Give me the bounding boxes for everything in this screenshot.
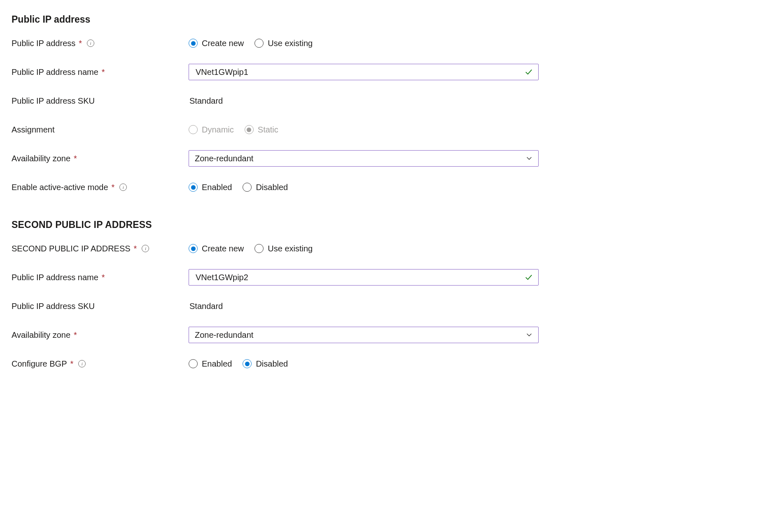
radio-label: Create new bbox=[202, 39, 244, 48]
radio-circle-icon bbox=[254, 244, 264, 253]
radio-label: Use existing bbox=[268, 39, 313, 48]
radio-group-active-active: Enabled Disabled bbox=[189, 183, 288, 192]
label-text: Assignment bbox=[12, 125, 55, 135]
field-assignment: Dynamic Static bbox=[189, 125, 539, 135]
label-text: Public IP address SKU bbox=[12, 96, 95, 106]
radio-circle-icon bbox=[243, 359, 252, 368]
field-active-active: Enabled Disabled bbox=[189, 183, 539, 192]
row-second-pip-sku: Public IP address SKU Standard bbox=[12, 298, 539, 314]
label-second-availability-zone: Availability zone * bbox=[12, 330, 189, 340]
radio-use-existing-2[interactable]: Use existing bbox=[254, 244, 313, 253]
radio-label: Enabled bbox=[202, 359, 232, 369]
label-assignment: Assignment bbox=[12, 125, 189, 135]
radio-label: Static bbox=[258, 125, 278, 135]
value-pip-sku: Standard bbox=[189, 96, 539, 106]
required-asterisk: * bbox=[134, 244, 137, 253]
radio-label: Dynamic bbox=[202, 125, 234, 135]
label-text: SECOND PUBLIC IP ADDRESS bbox=[12, 244, 131, 253]
label-second-pip-sku: Public IP address SKU bbox=[12, 302, 189, 311]
row-second-pip-name: Public IP address name * bbox=[12, 269, 539, 286]
checkmark-icon bbox=[525, 68, 532, 76]
field-second-pip: Create new Use existing bbox=[189, 244, 539, 253]
label-text: Configure BGP bbox=[12, 359, 67, 369]
radio-use-existing[interactable]: Use existing bbox=[254, 39, 313, 48]
label-second-pip: SECOND PUBLIC IP ADDRESS * i bbox=[12, 244, 189, 253]
field-public-ip-address: Create new Use existing bbox=[189, 39, 539, 48]
radio-create-new[interactable]: Create new bbox=[189, 39, 244, 48]
checkmark-icon bbox=[525, 274, 532, 281]
section-heading-second-public-ip: SECOND PUBLIC IP ADDRESS bbox=[12, 219, 539, 230]
value-second-pip-sku: Standard bbox=[189, 302, 539, 311]
field-availability-zone: Zone-redundant bbox=[189, 150, 539, 167]
radio-group-second-pip: Create new Use existing bbox=[189, 244, 313, 253]
field-pip-name bbox=[189, 64, 539, 80]
row-configure-bgp: Configure BGP * i Enabled Disabled bbox=[12, 355, 539, 372]
radio-label: Create new bbox=[202, 244, 244, 253]
row-availability-zone: Availability zone * Zone-redundant bbox=[12, 150, 539, 167]
radio-circle-icon bbox=[189, 39, 198, 48]
radio-static: Static bbox=[245, 125, 278, 135]
row-public-ip-address: Public IP address * i Create new Use exi… bbox=[12, 35, 539, 51]
radio-bgp-disabled[interactable]: Disabled bbox=[243, 359, 288, 369]
radio-label: Use existing bbox=[268, 244, 313, 253]
dropdown-value: Zone-redundant bbox=[195, 154, 522, 163]
radio-circle-icon bbox=[254, 39, 264, 48]
radio-group-assignment: Dynamic Static bbox=[189, 125, 278, 135]
radio-circle-icon bbox=[189, 125, 198, 134]
required-asterisk: * bbox=[74, 330, 77, 340]
label-active-active: Enable active-active mode * i bbox=[12, 183, 189, 192]
required-asterisk: * bbox=[79, 39, 82, 48]
radio-group-public-ip: Create new Use existing bbox=[189, 39, 313, 48]
required-asterisk: * bbox=[112, 183, 115, 192]
second-availability-zone-dropdown[interactable]: Zone-redundant bbox=[189, 327, 539, 343]
radio-label: Disabled bbox=[256, 183, 288, 192]
field-configure-bgp: Enabled Disabled bbox=[189, 359, 539, 369]
label-availability-zone: Availability zone * bbox=[12, 154, 189, 163]
radio-create-new-2[interactable]: Create new bbox=[189, 244, 244, 253]
field-second-availability-zone: Zone-redundant bbox=[189, 327, 539, 343]
radio-enabled[interactable]: Enabled bbox=[189, 183, 232, 192]
label-text: Public IP address name bbox=[12, 67, 98, 77]
info-icon[interactable]: i bbox=[119, 184, 127, 191]
dropdown-value: Zone-redundant bbox=[195, 330, 522, 340]
radio-disabled[interactable]: Disabled bbox=[243, 183, 288, 192]
row-second-pip: SECOND PUBLIC IP ADDRESS * i Create new … bbox=[12, 240, 539, 257]
info-icon[interactable]: i bbox=[78, 360, 86, 367]
required-asterisk: * bbox=[70, 359, 74, 369]
pip-name-input[interactable] bbox=[195, 67, 521, 77]
radio-label: Enabled bbox=[202, 183, 232, 192]
label-text: Availability zone bbox=[12, 154, 70, 163]
label-text: Availability zone bbox=[12, 330, 70, 340]
pip-name-input-wrap bbox=[189, 64, 539, 80]
info-icon[interactable]: i bbox=[87, 39, 94, 47]
row-second-availability-zone: Availability zone * Zone-redundant bbox=[12, 327, 539, 343]
label-text: Enable active-active mode bbox=[12, 183, 108, 192]
label-pip-name: Public IP address name * bbox=[12, 67, 189, 77]
radio-dynamic: Dynamic bbox=[189, 125, 234, 135]
required-asterisk: * bbox=[102, 273, 105, 282]
section-heading-public-ip: Public IP address bbox=[12, 14, 539, 25]
radio-circle-icon bbox=[189, 183, 198, 192]
second-pip-name-input[interactable] bbox=[195, 272, 521, 283]
radio-group-bgp: Enabled Disabled bbox=[189, 359, 288, 369]
chevron-down-icon bbox=[526, 155, 532, 162]
label-second-pip-name: Public IP address name * bbox=[12, 273, 189, 282]
radio-circle-icon bbox=[245, 125, 254, 134]
required-asterisk: * bbox=[102, 67, 105, 77]
row-assignment: Assignment Dynamic Static bbox=[12, 121, 539, 138]
row-pip-sku: Public IP address SKU Standard bbox=[12, 93, 539, 109]
radio-circle-icon bbox=[189, 244, 198, 253]
info-icon[interactable]: i bbox=[142, 245, 149, 252]
radio-label: Disabled bbox=[256, 359, 288, 369]
label-text: Public IP address name bbox=[12, 273, 98, 282]
availability-zone-dropdown[interactable]: Zone-redundant bbox=[189, 150, 539, 167]
label-pip-sku: Public IP address SKU bbox=[12, 96, 189, 106]
required-asterisk: * bbox=[74, 154, 77, 163]
radio-circle-icon bbox=[189, 359, 198, 368]
radio-bgp-enabled[interactable]: Enabled bbox=[189, 359, 232, 369]
chevron-down-icon bbox=[526, 332, 532, 338]
row-active-active: Enable active-active mode * i Enabled Di… bbox=[12, 179, 539, 195]
label-text: Public IP address bbox=[12, 39, 75, 48]
radio-circle-icon bbox=[243, 183, 252, 192]
second-pip-name-input-wrap bbox=[189, 269, 539, 286]
